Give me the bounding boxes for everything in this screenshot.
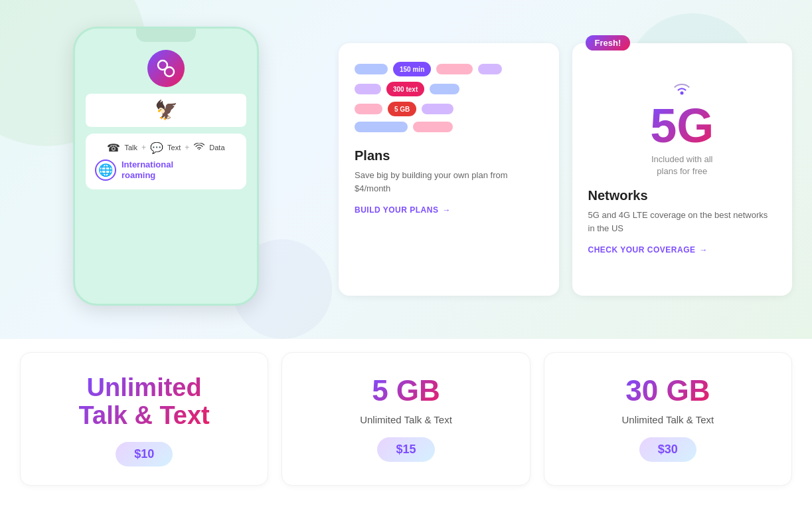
thirtygb-price: $30 [639, 437, 696, 462]
pill-row-4 [355, 122, 543, 132]
plus-2: + [185, 143, 189, 152]
pill-blue-2 [430, 84, 459, 94]
pill-purple-1 [478, 64, 502, 74]
globe-icon: 🌐 [95, 159, 116, 181]
pill-purple-2 [355, 84, 381, 94]
networks-card: Fresh! 5G Included with allplans for fre… [572, 43, 793, 296]
app-icon [147, 50, 185, 87]
intl-roaming-text: Internationalroaming [122, 159, 173, 182]
build-plans-link-text: BUILD YOUR PLANS [355, 205, 438, 215]
check-coverage-link[interactable]: CHECK YOUR COVERAGE → [588, 245, 777, 255]
unlimited-price: $10 [116, 442, 173, 467]
networks-card-title: Networks [588, 188, 777, 203]
plus-1: + [141, 143, 146, 152]
intl-roaming: 🌐 Internationalroaming [95, 159, 237, 182]
fivegb-subtitle: Unlimited Talk & Text [360, 414, 452, 425]
pill-blue-1 [355, 64, 388, 74]
check-coverage-link-text: CHECK YOUR COVERAGE [588, 245, 696, 255]
pill-row-1: 150 min [355, 62, 543, 76]
plans-card-title: Plans [355, 148, 543, 163]
unlimited-title: Unlimited Talk & Text [79, 374, 210, 430]
top-section: 🦅 ☎ Talk + 💬 Text + [0, 0, 812, 339]
talk-label: Talk [124, 144, 137, 152]
eagle-badge: 🦅 [86, 94, 246, 127]
talk-icon: ☎ [107, 142, 120, 154]
wifi-5g-icon [672, 80, 692, 99]
build-plans-arrow: → [442, 205, 451, 215]
fiveg-container: 5G Included with allplans for free [588, 80, 777, 177]
features-card: ☎ Talk + 💬 Text + [86, 134, 246, 190]
check-coverage-arrow: → [699, 245, 708, 255]
phone-mockup: 🦅 ☎ Talk + 💬 Text + [73, 27, 259, 306]
text-icon: 💬 [150, 142, 163, 154]
pill-150min: 150 min [393, 62, 431, 76]
cards-area: 150 min 300 text 5 GB [339, 37, 792, 296]
svg-point-1 [165, 67, 174, 76]
phone-notch [136, 29, 196, 42]
plans-visual: 150 min 300 text 5 GB [355, 62, 543, 132]
plan-card-5gb: 5 GB Unlimited Talk & Text $15 [282, 352, 530, 486]
phone-content: 🦅 ☎ Talk + 💬 Text + [75, 42, 257, 197]
pill-pink-1 [436, 64, 473, 74]
pill-300text: 300 text [386, 82, 424, 96]
pill-5gb: 5 GB [388, 102, 416, 116]
svg-point-2 [681, 92, 684, 95]
fivegb-price: $15 [377, 437, 434, 462]
features-row: ☎ Talk + 💬 Text + [95, 142, 237, 154]
fresh-badge: Fresh! [586, 35, 631, 51]
fiveg-subtitle: Included with allplans for free [651, 154, 713, 177]
thirtygb-title: 30 GB [625, 374, 710, 407]
fiveg-text: 5G [650, 102, 714, 150]
fivegb-title: 5 GB [372, 374, 440, 407]
plan-card-30gb: 30 GB Unlimited Talk & Text $30 [544, 352, 792, 486]
wifi-icon [193, 142, 205, 154]
pill-row-2: 300 text [355, 82, 543, 96]
pill-pink-3 [413, 122, 453, 132]
pill-blue-3 [355, 122, 408, 132]
phone-mockup-area: 🦅 ☎ Talk + 💬 Text + [20, 20, 339, 312]
eagle-icon: 🦅 [94, 99, 238, 122]
plans-card-description: Save big by building your own plan from … [355, 169, 543, 195]
pill-purple-3 [422, 104, 453, 114]
thirtygb-subtitle: Unlimited Talk & Text [621, 414, 714, 425]
text-label: Text [167, 144, 181, 152]
pill-row-3: 5 GB [355, 102, 543, 116]
plan-card-unlimited: Unlimited Talk & Text $10 [20, 352, 268, 486]
pill-pink-2 [355, 104, 382, 114]
build-plans-link[interactable]: BUILD YOUR PLANS → [355, 205, 543, 215]
bottom-section: Unlimited Talk & Text $10 5 GB Unlimited… [0, 339, 812, 506]
data-label: Data [209, 144, 224, 152]
plans-card: 150 min 300 text 5 GB [339, 43, 559, 296]
networks-card-description: 5G and 4G LTE coverage on the best netwo… [588, 209, 777, 235]
